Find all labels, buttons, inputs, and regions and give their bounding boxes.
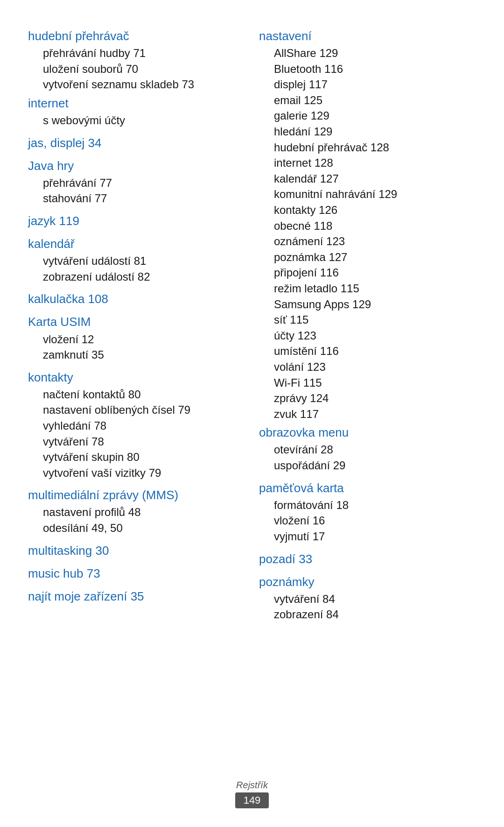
index-heading: kalkulačka 108 bbox=[28, 291, 245, 307]
index-heading: nastavení bbox=[259, 28, 476, 44]
index-heading: hudební přehrávač bbox=[28, 28, 245, 44]
index-subitem: uspořádání 29 bbox=[259, 458, 476, 474]
right-column: nastaveníAllShare 129Bluetooth 116disple… bbox=[259, 28, 476, 629]
index-heading: multitasking 30 bbox=[28, 543, 245, 559]
index-heading: internet bbox=[28, 95, 245, 112]
index-subitem: displej 117 bbox=[259, 77, 476, 92]
index-entry: multimediální zprávy (MMS)nastavení prof… bbox=[28, 487, 245, 536]
index-entry: internets webovými účty bbox=[28, 95, 245, 128]
index-subitem: zamknutí 35 bbox=[28, 347, 245, 363]
index-subitem: vytvoření vaší vizitky 79 bbox=[28, 465, 245, 481]
index-subitem: vytváření 84 bbox=[259, 591, 476, 607]
index-subitem: vytváření 78 bbox=[28, 434, 245, 450]
index-subitem: vložení 16 bbox=[259, 513, 476, 529]
index-subitem: účty 123 bbox=[259, 328, 476, 344]
index-subitem: poznámka 127 bbox=[259, 249, 476, 265]
index-subitem: režim letadlo 115 bbox=[259, 281, 476, 297]
index-entry: multitasking 30 bbox=[28, 543, 245, 559]
index-subitem: Samsung Apps 129 bbox=[259, 297, 476, 312]
index-subitem: obecné 118 bbox=[259, 218, 476, 234]
index-entry: kalkulačka 108 bbox=[28, 291, 245, 307]
index-subitem: vytvoření seznamu skladeb 73 bbox=[28, 77, 245, 92]
index-subitem: odesílání 49, 50 bbox=[28, 520, 245, 536]
index-subitem: uložení souborů 70 bbox=[28, 61, 245, 77]
index-subitem: kalendář 127 bbox=[259, 171, 476, 187]
index-subitem: nastavení oblíbených čísel 79 bbox=[28, 402, 245, 418]
index-heading: poznámky bbox=[259, 574, 476, 590]
index-subitem: s webovými účty bbox=[28, 113, 245, 128]
index-entry: Karta USIMvložení 12zamknutí 35 bbox=[28, 314, 245, 362]
index-subitem: zobrazení 84 bbox=[259, 607, 476, 622]
index-subitem: volání 123 bbox=[259, 359, 476, 375]
index-heading: jas, displej 34 bbox=[28, 135, 245, 151]
index-heading: multimediální zprávy (MMS) bbox=[28, 487, 245, 503]
index-entry: pozadí 33 bbox=[259, 551, 476, 567]
index-entry: poznámkyvytváření 84zobrazení 84 bbox=[259, 574, 476, 622]
index-subitem: internet 128 bbox=[259, 155, 476, 171]
index-subitem: hudební přehrávač 128 bbox=[259, 140, 476, 156]
index-entry: najít moje zařízení 35 bbox=[28, 588, 245, 605]
index-heading: kalendář bbox=[28, 236, 245, 252]
index-subitem: vytváření skupin 80 bbox=[28, 449, 245, 465]
index-subitem: přehrávání hudby 71 bbox=[28, 45, 245, 61]
index-heading: jazyk 119 bbox=[28, 213, 245, 229]
index-subitem: vyjmutí 17 bbox=[259, 529, 476, 544]
left-column: hudební přehrávačpřehrávání hudby 71ulož… bbox=[28, 28, 259, 629]
index-subitem: vložení 12 bbox=[28, 332, 245, 347]
index-heading: Karta USIM bbox=[28, 314, 245, 330]
index-entry: hudební přehrávačpřehrávání hudby 71ulož… bbox=[28, 28, 245, 92]
index-entry: music hub 73 bbox=[28, 565, 245, 582]
index-entry: jas, displej 34 bbox=[28, 135, 245, 151]
index-subitem: umístění 116 bbox=[259, 343, 476, 359]
index-subitem: Wi-Fi 115 bbox=[259, 375, 476, 391]
index-subitem: přehrávání 77 bbox=[28, 175, 245, 191]
footer-label: Rejstřík bbox=[0, 780, 504, 791]
index-entry: kalendářvytváření událostí 81zobrazení u… bbox=[28, 236, 245, 284]
index-entry: obrazovka menuotevírání 28uspořádání 29 bbox=[259, 424, 476, 473]
index-heading: obrazovka menu bbox=[259, 424, 476, 441]
index-subitem: vytváření událostí 81 bbox=[28, 253, 245, 269]
index-subitem: zvuk 117 bbox=[259, 406, 476, 422]
page-footer: Rejstřík 149 bbox=[0, 780, 504, 808]
index-subitem: galerie 129 bbox=[259, 108, 476, 124]
index-subitem: vyhledání 78 bbox=[28, 418, 245, 434]
index-entry: kontaktynačtení kontaktů 80nastavení obl… bbox=[28, 369, 245, 481]
index-subitem: síť 115 bbox=[259, 312, 476, 328]
index-subitem: otevírání 28 bbox=[259, 442, 476, 458]
index-subitem: komunitní nahrávání 129 bbox=[259, 186, 476, 202]
index-subitem: Bluetooth 116 bbox=[259, 61, 476, 77]
index-heading: Java hry bbox=[28, 158, 245, 174]
index-subitem: email 125 bbox=[259, 92, 476, 108]
index-heading: pozadí 33 bbox=[259, 551, 476, 567]
index-heading: music hub 73 bbox=[28, 565, 245, 582]
index-entry: Java hrypřehrávání 77stahování 77 bbox=[28, 158, 245, 206]
index-heading: kontakty bbox=[28, 369, 245, 386]
index-entry: paměťová kartaformátování 18vložení 16vy… bbox=[259, 480, 476, 544]
index-entry: jazyk 119 bbox=[28, 213, 245, 229]
index-subitem: kontakty 126 bbox=[259, 202, 476, 218]
index-subitem: načtení kontaktů 80 bbox=[28, 387, 245, 403]
index-heading: paměťová karta bbox=[259, 480, 476, 496]
index-subitem: formátování 18 bbox=[259, 497, 476, 513]
index-entry: nastaveníAllShare 129Bluetooth 116disple… bbox=[259, 28, 476, 422]
index-subitem: nastavení profilů 48 bbox=[28, 504, 245, 520]
index-subitem: zobrazení událostí 82 bbox=[28, 269, 245, 285]
footer-page: 149 bbox=[235, 792, 269, 808]
index-subitem: zprávy 124 bbox=[259, 390, 476, 406]
index-subitem: připojení 116 bbox=[259, 265, 476, 281]
index-subitem: hledání 129 bbox=[259, 124, 476, 140]
index-subitem: AllShare 129 bbox=[259, 45, 476, 61]
index-heading: najít moje zařízení 35 bbox=[28, 588, 245, 605]
index-subitem: stahování 77 bbox=[28, 191, 245, 206]
index-subitem: oznámení 123 bbox=[259, 233, 476, 249]
